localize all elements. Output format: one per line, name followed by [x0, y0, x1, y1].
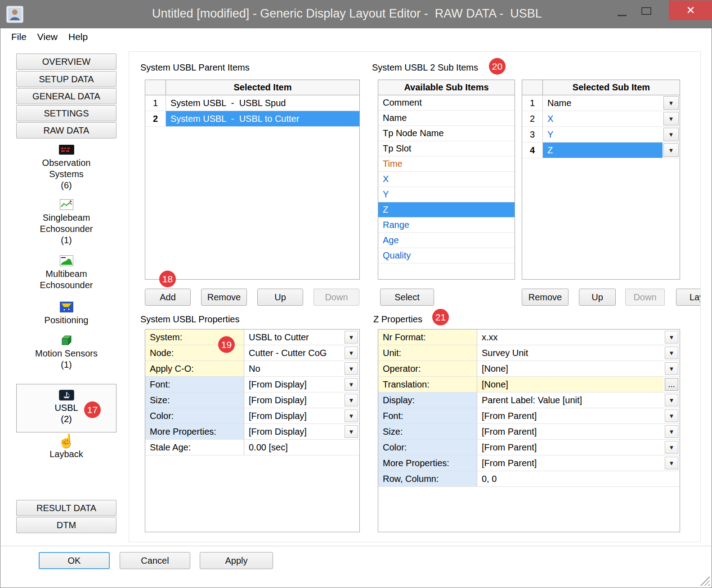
positioning-icon	[16, 301, 116, 313]
cancel-button[interactable]: Cancel	[120, 552, 190, 569]
chevron-down-icon[interactable]	[345, 394, 358, 406]
table-row[interactable]: 1 System USBL - USBL Spud	[145, 95, 359, 111]
chevron-down-icon[interactable]	[663, 96, 679, 110]
chevron-down-icon[interactable]	[665, 425, 678, 438]
chevron-down-icon[interactable]	[665, 457, 678, 469]
annotation-badge-21: 21	[432, 309, 449, 325]
list-item[interactable]: Y	[378, 187, 515, 202]
sidebar-item-dtm[interactable]: DTM	[16, 517, 116, 533]
list-item[interactable]: X	[378, 172, 515, 187]
table-row-selected[interactable]: 4 Z	[522, 143, 680, 158]
lay-button[interactable]: Lay	[676, 289, 701, 306]
list-item[interactable]: Tp Node Name	[378, 126, 515, 141]
usbl-properties-table: System: USBL to Cutter Node: Cutter - Cu…	[145, 329, 360, 532]
sidebar-item-result-data[interactable]: RESULT DATA	[16, 500, 116, 516]
table-row[interactable]: 2 X	[522, 111, 680, 127]
sidebar-item-multibeam-echosounder[interactable]: Multibeam Echosounder	[16, 254, 116, 291]
property-row-display: Display: Parent Label: Value [unit]	[378, 392, 680, 408]
footer-divider	[1, 546, 711, 546]
up-sub-button[interactable]: Up	[579, 289, 616, 306]
resize-grip[interactable]	[700, 576, 710, 586]
property-row-more-properties: More Properties: [From Display]	[145, 424, 359, 440]
list-item[interactable]: Range	[378, 218, 515, 233]
chevron-down-icon[interactable]	[663, 112, 679, 125]
property-row-more-properties: More Properties: [From Parent]	[378, 455, 680, 471]
chevron-down-icon[interactable]	[663, 143, 679, 157]
table-row[interactable]: 1 Name	[522, 95, 680, 111]
sidebar-item-motion-sensors[interactable]: Motion Sensors (1)	[16, 334, 116, 370]
dialog-window: Untitled [modified] - Generic Display La…	[0, 0, 712, 588]
down-button[interactable]: Down	[313, 289, 359, 306]
chevron-down-icon[interactable]	[665, 410, 678, 422]
sidebar-item-setup-data[interactable]: SETUP DATA	[16, 71, 116, 87]
chevron-down-icon[interactable]	[345, 362, 358, 375]
sidebar-item-layback[interactable]: ☝ Layback	[16, 435, 116, 460]
sidebar-item-overview[interactable]: OVERVIEW	[16, 53, 116, 70]
minimize-button[interactable]	[611, 0, 633, 20]
chevron-down-icon[interactable]	[345, 378, 358, 391]
sidebar-item-settings[interactable]: SETTINGS	[16, 105, 116, 121]
select-button[interactable]: Select	[380, 289, 434, 306]
sidebar-item-general-data[interactable]: GENERAL DATA	[16, 88, 116, 104]
main-panel: System USBL Parent Items Selected Item 1…	[129, 51, 701, 542]
column-header-selected-item: Selected Item	[166, 80, 359, 95]
ellipsis-button[interactable]: ...	[665, 378, 678, 391]
property-row-unit: Unit: Survey Unit	[378, 345, 680, 361]
chevron-down-icon[interactable]	[345, 331, 358, 343]
property-row-translation: Translation: [None] ...	[378, 377, 680, 392]
window-title: Untitled [modified] - Generic Display La…	[54, 7, 640, 21]
parent-items-title: System USBL Parent Items	[140, 62, 250, 73]
sidebar-item-positioning[interactable]: Positioning	[16, 301, 116, 326]
app-icon	[6, 5, 24, 23]
property-row-color: Color: [From Display]	[145, 408, 359, 424]
chevron-down-icon[interactable]	[345, 410, 358, 422]
chevron-down-icon[interactable]	[665, 347, 678, 359]
list-item[interactable]: Quality	[378, 248, 515, 263]
close-icon: ✕	[686, 4, 695, 17]
add-button[interactable]: Add	[145, 289, 191, 306]
column-header-available-sub-items: Available Sub Items	[378, 80, 515, 95]
annotation-badge-18: 18	[159, 271, 176, 287]
chevron-down-icon[interactable]	[665, 441, 678, 454]
z-properties-title: Z Properties	[373, 314, 422, 325]
menu-view[interactable]: View	[32, 30, 63, 44]
sidebar-item-raw-data[interactable]: RAW DATA	[16, 122, 116, 138]
sidebar-item-usbl[interactable]: USBL (2)	[16, 384, 116, 432]
list-item[interactable]: Comment	[378, 95, 515, 111]
property-row-system: System: USBL to Cutter	[145, 330, 359, 345]
apply-button[interactable]: Apply	[200, 552, 273, 569]
maximize-button[interactable]	[636, 0, 657, 20]
down-sub-button[interactable]: Down	[625, 289, 665, 306]
parent-items-header: Selected Item	[145, 80, 359, 95]
menu-file[interactable]: File	[6, 30, 32, 44]
list-item-selected[interactable]: Z	[378, 202, 515, 218]
motion-sensors-icon	[16, 334, 116, 347]
annotation-badge-19: 19	[218, 336, 235, 353]
up-button[interactable]: Up	[257, 289, 303, 306]
sidebar-item-observation-systems[interactable]: Observation Systems (6)	[16, 143, 116, 191]
close-button[interactable]: ✕	[669, 0, 712, 20]
sub-items-title: System USBL 2 Sub Items	[372, 62, 478, 73]
chevron-down-icon[interactable]	[345, 425, 358, 438]
list-item[interactable]: Name	[378, 111, 515, 126]
annotation-badge-17: 17	[84, 401, 101, 418]
property-row-stale-age: Stale Age: 0.00 [sec]	[145, 440, 359, 455]
table-row[interactable]: 3 Y	[522, 127, 680, 143]
remove-button[interactable]: Remove	[201, 289, 247, 306]
chevron-down-icon[interactable]	[665, 331, 678, 343]
list-item[interactable]: Age	[378, 233, 515, 248]
ok-button[interactable]: OK	[39, 552, 110, 569]
table-row-selected[interactable]: 2 System USBL - USBL to Cutter	[145, 111, 359, 127]
property-row-font: Font: [From Parent]	[378, 408, 680, 424]
remove-sub-button[interactable]: Remove	[522, 289, 569, 306]
chevron-down-icon[interactable]	[345, 347, 358, 359]
chevron-down-icon[interactable]	[663, 128, 679, 141]
menu-help[interactable]: Help	[63, 30, 93, 44]
chevron-down-icon[interactable]	[665, 394, 678, 406]
property-row-size: Size: [From Display]	[145, 392, 359, 408]
chevron-down-icon[interactable]	[665, 362, 678, 375]
sidebar-item-singlebeam-echosounder[interactable]: Singlebeam Echosounder (1)	[16, 198, 116, 246]
list-item[interactable]: Time	[378, 156, 515, 172]
property-row-row-column: Row, Column: 0, 0	[378, 471, 680, 487]
list-item[interactable]: Tp Slot	[378, 141, 515, 156]
